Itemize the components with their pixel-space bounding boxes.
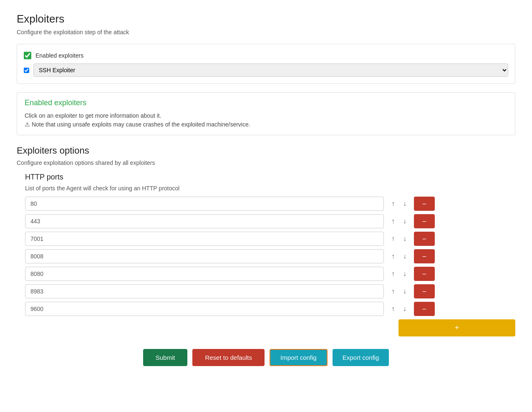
port-input-4[interactable] [25,267,384,281]
port-input-2[interactable] [25,232,384,246]
port-input-0[interactable] [25,197,384,211]
enabled-exploiters-label: Enabled exploiters [35,52,83,59]
enabled-exploiters-checkbox[interactable] [24,52,31,59]
remove-port-button-2[interactable]: – [414,232,435,246]
import-config-button[interactable]: Import config [270,349,328,366]
ssh-exploiter-checkbox[interactable] [24,68,29,73]
port-input-5[interactable] [25,284,384,298]
arrows-group-1: ↑ ↓ [387,215,411,227]
move-down-button-6[interactable]: ↓ [399,303,411,315]
move-down-button-2[interactable]: ↓ [399,233,411,245]
remove-port-button-6[interactable]: – [414,302,435,316]
move-down-button-1[interactable]: ↓ [399,215,411,227]
http-ports-subtitle: List of ports the Agent will check for u… [25,185,515,192]
arrows-group-4: ↑ ↓ [387,268,411,280]
port-row: ↑ ↓ – [25,267,515,281]
enabled-exploiters-row: Enabled exploiters [24,49,508,62]
move-down-button-4[interactable]: ↓ [399,268,411,280]
port-input-6[interactable] [25,302,384,316]
enabled-exploiters-section: Enabled exploiters SSH Exploiter [17,44,515,84]
move-up-button-0[interactable]: ↑ [387,197,399,210]
move-up-button-3[interactable]: ↑ [387,250,399,263]
port-row: ↑ ↓ – [25,232,515,246]
page-subtitle: Configure the exploitation step of the a… [17,29,515,35]
arrows-group-2: ↑ ↓ [387,233,411,245]
add-port-button[interactable]: + [398,319,515,336]
move-up-button-6[interactable]: ↑ [387,303,399,315]
remove-port-button-0[interactable]: – [414,197,435,211]
move-down-button-0[interactable]: ↓ [399,197,411,210]
remove-port-button-5[interactable]: – [414,284,435,298]
ports-container: ↑ ↓ – ↑ ↓ – ↑ ↓ – ↑ ↓ – [17,197,515,316]
move-down-button-5[interactable]: ↓ [399,285,411,298]
ssh-exploiter-select[interactable]: SSH Exploiter [33,63,508,77]
arrows-group-0: ↑ ↓ [387,197,411,210]
ssh-exploiter-row: SSH Exploiter [24,62,508,78]
http-ports-title: HTTP ports [25,173,515,182]
arrows-group-6: ↑ ↓ [387,303,411,315]
remove-port-button-4[interactable]: – [414,267,435,281]
move-down-button-3[interactable]: ↓ [399,250,411,263]
remove-port-button-1[interactable]: – [414,214,435,228]
export-config-button[interactable]: Export config [333,349,389,366]
move-up-button-2[interactable]: ↑ [387,233,399,245]
port-row: ↑ ↓ – [25,214,515,228]
port-row: ↑ ↓ – [25,284,515,298]
exploiters-options-subtitle: Configure exploitation options shared by… [17,159,515,166]
arrows-group-5: ↑ ↓ [387,285,411,298]
add-btn-row: + [17,319,515,336]
exploiters-options-title: Exploiters options [17,145,515,156]
port-input-3[interactable] [25,249,384,263]
reset-button[interactable]: Reset to defaults [192,349,265,366]
submit-button[interactable]: Submit [143,349,188,366]
port-row: ↑ ↓ – [25,249,515,263]
move-up-button-5[interactable]: ↑ [387,285,399,298]
info-box-line2: ⚠ Note that using unsafe exploits may ca… [25,120,507,129]
move-up-button-4[interactable]: ↑ [387,268,399,280]
info-box-title: Enabled exploiters [25,99,507,107]
port-input-1[interactable] [25,214,384,228]
move-up-button-1[interactable]: ↑ [387,215,399,227]
page-title: Exploiters [17,13,515,25]
bottom-buttons: Submit Reset to defaults Import config E… [17,349,515,366]
port-row: ↑ ↓ – [25,302,515,316]
info-box: Enabled exploiters Click on an exploiter… [17,92,515,135]
arrows-group-3: ↑ ↓ [387,250,411,263]
port-row: ↑ ↓ – [25,197,515,211]
info-box-line1: Click on an exploiter to get more inform… [25,111,507,120]
remove-port-button-3[interactable]: – [414,249,435,263]
